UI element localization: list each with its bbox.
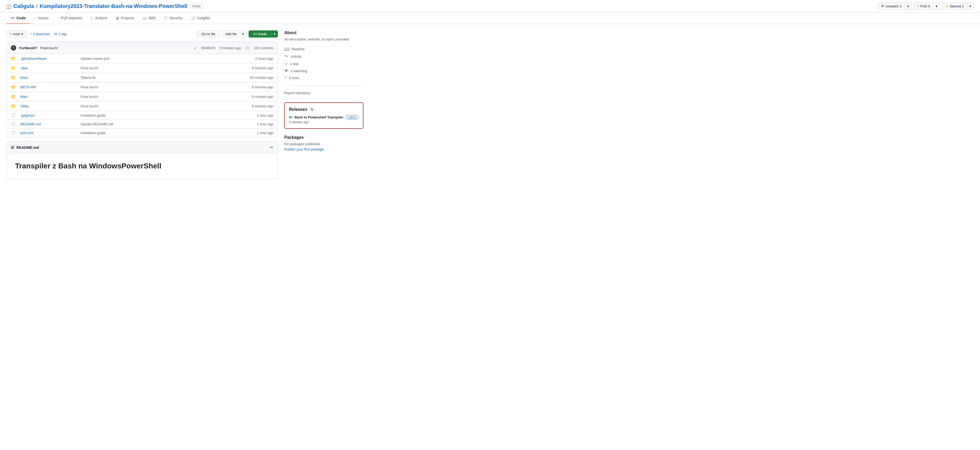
file-name-link[interactable]: .idea — [20, 66, 78, 70]
repo-owner-link[interactable]: Caligula — [13, 3, 34, 9]
about-title: About — [284, 30, 363, 35]
latest-commit-row: F ForNeus57 Final touch! ✓ 3640415 9 min… — [6, 42, 278, 54]
branch-right: Go to file Add file ▾ <> Code ▾ — [197, 30, 278, 38]
folder-icon: 📁 — [11, 104, 18, 109]
edit-readme-button[interactable]: ✏ — [270, 145, 274, 150]
star-dropdown[interactable]: ▾ — [967, 3, 974, 10]
pr-nav-icon: ⑂ — [57, 16, 59, 20]
releases-count: 1 — [309, 108, 315, 111]
nav-item-insights[interactable]: 📈 Insights — [187, 13, 214, 24]
file-row: 📁.ideaFinal touch!9 minutes ago — [6, 64, 278, 73]
file-commit-msg: Tokens fix — [81, 76, 248, 80]
file-row: 📁META-INFFinal touch!9 minutes ago — [6, 83, 278, 92]
readme-header: ☰ README.md ✏ — [6, 142, 278, 153]
file-commit-msg: Update maven.yml — [81, 57, 253, 61]
fork-dropdown[interactable]: ▾ — [934, 3, 940, 10]
nav-item-projects[interactable]: ▦ Projects — [111, 13, 138, 24]
nav-item-security[interactable]: 🛡 Security — [160, 13, 187, 24]
code-icon: <> — [253, 32, 257, 36]
file-row: 📁MainFinal touch!9 minutes ago — [6, 92, 278, 102]
release-name[interactable]: 🏷 Bash to Powershell Transpiler Latest — [289, 115, 359, 119]
clock-icon: 🕐 — [245, 46, 250, 50]
commit-author-name[interactable]: ForNeus57 — [19, 46, 37, 50]
readme-content: Transpiler z Bash na WindowsPowerShell — [6, 153, 278, 179]
unwatch-button[interactable]: 👁 Unwatch 2 — [878, 3, 905, 10]
code-dropdown[interactable]: ▾ — [271, 30, 278, 38]
file-name-link[interactable]: Docs — [20, 76, 78, 80]
repo-file-area: ⑂ main ▾ ⑂ 2 branches 🏷 1 tag — [6, 30, 278, 179]
fork-count: 0 — [928, 4, 930, 8]
title-separator: / — [36, 3, 38, 9]
unwatch-dropdown[interactable]: ▾ — [905, 3, 912, 10]
packages-none: No packages published — [284, 142, 363, 146]
forks-sidebar-link[interactable]: ⑂ 0 forks — [284, 74, 363, 81]
fork-button[interactable]: ⑂ Fork 0 — [914, 3, 934, 10]
nav-item-pull-requests[interactable]: ⑂ Pull requests — [53, 13, 86, 24]
file-time: 9 minutes ago — [252, 104, 274, 108]
repo-name-link[interactable]: Kompilatory2023-Translator-Bash-na-Windo… — [40, 3, 187, 9]
code-nav-icon: <> — [11, 16, 15, 20]
folder-icon: 📁 — [11, 65, 18, 70]
file-icon: 📄 — [11, 113, 18, 117]
file-time: 1 hour ago — [257, 131, 274, 135]
about-section: About No description, website, or topics… — [284, 30, 363, 96]
file-time: 9 minutes ago — [252, 95, 274, 99]
nav-item-wiki[interactable]: 📖 Wiki — [138, 13, 160, 24]
code-button[interactable]: <> Code — [248, 30, 271, 38]
watching-sidebar-link[interactable]: 👁 2 watching — [284, 67, 363, 74]
branch-selector[interactable]: ⑂ main ▾ — [6, 30, 27, 38]
file-commit-msg: Update README.md — [81, 122, 255, 126]
file-name-link[interactable]: README.md — [20, 122, 78, 126]
file-commit-msg: Final touch! — [81, 85, 250, 89]
publish-package-link[interactable]: Publish your first package — [284, 147, 324, 151]
commit-author-avatar: F — [11, 45, 16, 51]
file-commit-msg: Instalation guide — [81, 113, 255, 117]
tag-icon: 🏷 — [54, 32, 57, 36]
file-row: 📁DocsTokens fix50 minutes ago — [6, 73, 278, 83]
report-repo-link[interactable]: Report repository — [284, 90, 363, 96]
add-file-button[interactable]: Add file — [222, 30, 240, 38]
file-name-link[interactable]: .github/workflows — [20, 57, 78, 61]
packages-section: Packages No packages published Publish y… — [284, 135, 363, 151]
activity-icon: 〜 — [284, 54, 288, 59]
branch-icon: ⑂ — [10, 32, 12, 36]
fork-btn-group: ⑂ Fork 0 ▾ — [914, 3, 940, 10]
about-description: No description, website, or topics provi… — [284, 37, 363, 41]
eye-icon: 👁 — [881, 4, 885, 8]
tags-link[interactable]: 🏷 1 tag — [54, 32, 66, 36]
file-name-link[interactable]: Utility — [20, 104, 78, 108]
readme-sidebar-link[interactable]: 📖 Readme — [284, 45, 363, 53]
star-icon: ★ — [945, 4, 948, 8]
file-name-link[interactable]: META-INF — [20, 85, 78, 89]
commits-count-link[interactable]: 102 commits — [254, 46, 274, 50]
unwatch-btn-group: 👁 Unwatch 2 ▾ — [878, 3, 912, 10]
file-name-link[interactable]: pom.xml — [20, 131, 78, 135]
file-name-link[interactable]: Main — [20, 95, 78, 99]
readme-section: ☰ README.md ✏ Transpiler z Bash na Windo… — [6, 142, 278, 179]
code-button-group: <> Code ▾ — [248, 30, 278, 38]
nav-item-issues[interactable]: ○ Issues — [30, 13, 53, 24]
add-file-dropdown[interactable]: ▾ — [240, 30, 247, 38]
commit-message[interactable]: Final touch! — [40, 46, 58, 50]
star-button[interactable]: ★ Starred 1 — [942, 3, 967, 10]
goto-file-button[interactable]: Go to file — [197, 30, 220, 38]
file-row: 📄.gitignoreInstalation guide1 hour ago — [6, 111, 278, 120]
commit-hash-link[interactable]: 3640415 — [201, 46, 216, 50]
branches-link[interactable]: ⑂ 2 branches — [30, 32, 50, 36]
packages-title: Packages — [284, 135, 363, 140]
file-name-link[interactable]: .gitignore — [20, 113, 78, 117]
file-table: F ForNeus57 Final touch! ✓ 3640415 9 min… — [6, 42, 278, 137]
fork-sidebar-icon: ⑂ — [284, 75, 287, 80]
releases-title: Releases 1 — [289, 107, 359, 112]
stars-sidebar-link[interactable]: ☆ 1 star — [284, 60, 363, 67]
actions-nav-icon: ▷ — [91, 16, 94, 20]
file-commit-msg: Final touch! — [81, 66, 250, 70]
eye-sidebar-icon: 👁 — [284, 69, 288, 73]
star-sidebar-icon: ☆ — [284, 61, 288, 66]
nav-item-code[interactable]: <> Code — [6, 13, 30, 24]
folder-icon: 📁 — [11, 56, 18, 61]
activity-sidebar-link[interactable]: 〜 Activity — [284, 53, 363, 60]
nav-item-actions[interactable]: ▷ Actions — [86, 13, 111, 24]
file-rows-container: 📁.github/workflowsUpdate maven.yml2 hour… — [6, 54, 278, 137]
star-count: 1 — [962, 4, 964, 8]
